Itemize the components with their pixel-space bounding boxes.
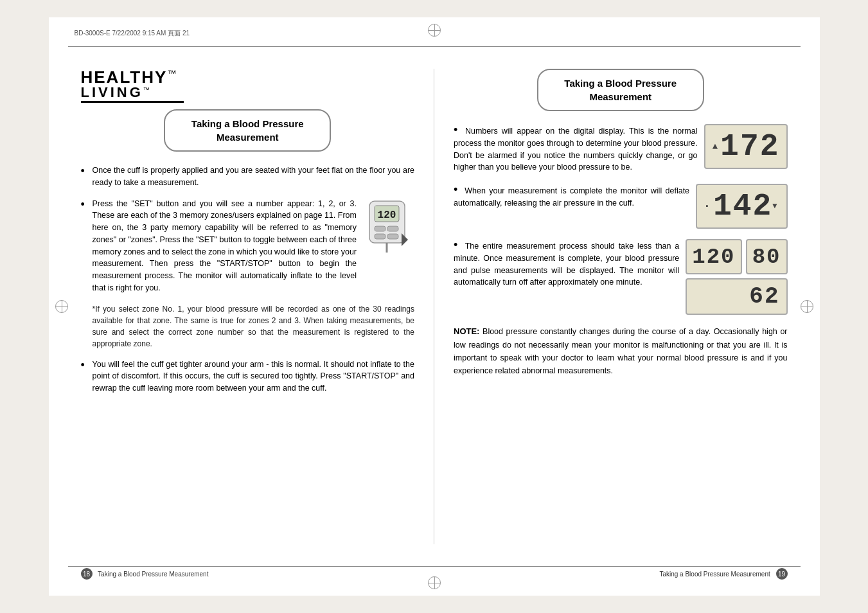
bullet-content-3: You will feel the cuff get tighter aroun… (93, 359, 415, 395)
bullet-dot-3: • (81, 359, 90, 371)
page-spread: BD-3000S-E 7/22/2002 9:15 AM 頁面 21 HEALT… (49, 17, 820, 596)
indented-note: *If you select zone No. 1, your blood pr… (93, 303, 415, 350)
page-num-left-badge: 18 (81, 568, 93, 580)
footer-left-label: Taking a Blood Pressure Measurement (98, 571, 208, 578)
reg-mark-right (801, 300, 813, 313)
reg-mark-bottom (428, 576, 441, 589)
bullet-dot-r1: • (454, 123, 463, 136)
bullet-list-left: • Once the cuff is properly applied and … (81, 164, 415, 294)
lcd-value-142: 142 (713, 189, 772, 224)
lcd-80: 80 (746, 239, 788, 274)
arrow-up-icon: ▲ (713, 141, 719, 152)
reading-1-text: Numbers will appear on the digital displ… (454, 127, 698, 172)
lcd-value-120: 120 (692, 245, 735, 269)
reg-mark-left (55, 300, 68, 313)
reading-display-1: ▲ 172 (704, 124, 788, 169)
svg-rect-6 (387, 234, 398, 239)
bullet-item-3: • You will feel the cuff get tighter aro… (81, 359, 415, 395)
bullet-dot-1: • (81, 165, 90, 177)
left-section-title: Taking a Blood PressureMeasurement (178, 117, 317, 144)
note-section: NOTE: Blood pressure constantly changes … (454, 325, 788, 377)
page-num-right-badge: 19 (776, 568, 788, 580)
svg-text:120: 120 (378, 209, 396, 221)
arrow-down-icon: ▼ (772, 202, 778, 211)
lcd-pair-row: 120 80 (686, 239, 787, 274)
bottom-rule (68, 566, 801, 567)
right-column: Taking a Blood PressureMeasurement • Num… (434, 69, 794, 544)
footer-right-label: Taking a Blood Pressure Measurement (659, 571, 770, 578)
lcd-142: · 142 ▼ (696, 184, 787, 229)
bullet-item-1: • Once the cuff is properly applied and … (81, 164, 415, 189)
bullet-dot-r2: • (454, 183, 462, 196)
device-svg: 120 (363, 198, 414, 262)
lcd-value-80: 80 (752, 245, 781, 269)
bullet-2-text: Press the "SET" button and you will see … (93, 199, 357, 292)
reading-row-2: • When your measurement is complete the … (454, 184, 788, 229)
dot-indicator: · (704, 200, 712, 213)
svg-rect-5 (375, 234, 385, 239)
bullet-content-2: 120 (93, 198, 415, 294)
healthy-trademark: ™ (167, 68, 177, 78)
logo-living: LIVING™ (81, 85, 415, 100)
reading-row-1: • Numbers will appear on the digital dis… (454, 124, 788, 173)
reading-row-3: • The entire measurement process should … (454, 239, 788, 315)
note-label: NOTE: (454, 326, 479, 336)
living-trademark: ™ (143, 86, 152, 93)
lcd-value-62: 62 (749, 283, 779, 310)
svg-rect-3 (375, 226, 385, 231)
footer-left: 18 Taking a Blood Pressure Measurement (81, 568, 209, 580)
reading-text-2: • When your measurement is complete the … (454, 184, 696, 209)
logo-healthy: HEALTHY™ (81, 69, 415, 85)
left-section-title-box: Taking a Blood PressureMeasurement (164, 109, 331, 152)
lcd-pulse-row: 62 (686, 278, 787, 315)
lcd-value-172: 172 (720, 129, 779, 164)
bullet-content-1: Once the cuff is properly applied and yo… (93, 164, 415, 189)
device-image-inline: 120 (363, 198, 414, 266)
left-column: HEALTHY™ LIVING™ Taking a Blood Pressure… (75, 69, 435, 544)
bullet-dot-2: • (81, 199, 90, 210)
lcd-62: 62 (686, 278, 787, 315)
bullet-dot-r3: • (454, 238, 463, 251)
bullet-item-2: • 120 (81, 198, 415, 294)
page-meta: BD-3000S-E 7/22/2002 9:15 AM 頁面 21 (75, 29, 190, 38)
note-text: Blood pressure constantly changes during… (454, 327, 788, 375)
reading-display-3: 120 80 62 (686, 239, 787, 315)
reading-display-2: · 142 ▼ (696, 184, 787, 229)
right-section-title-box: Taking a Blood PressureMeasurement (537, 69, 704, 111)
top-rule (68, 46, 801, 47)
reading-text-1: • Numbers will appear on the digital dis… (454, 124, 704, 173)
lcd-172: ▲ 172 (704, 124, 788, 169)
reg-mark-top (428, 24, 441, 37)
reading-text-3: • The entire measurement process should … (454, 239, 686, 289)
footer-right: Taking a Blood Pressure Measurement 19 (659, 568, 787, 580)
right-section-title: Taking a Blood PressureMeasurement (551, 76, 690, 103)
reading-2-text: When your measurement is complete the mo… (454, 186, 689, 208)
lcd-120: 120 (686, 239, 741, 274)
svg-rect-4 (387, 226, 398, 231)
logo-underline (81, 101, 184, 103)
logo-area: HEALTHY™ LIVING™ (81, 69, 415, 103)
reading-3-text: The entire measurement process should ta… (454, 242, 679, 287)
bullet-list-left-2: • You will feel the cuff get tighter aro… (81, 359, 415, 395)
